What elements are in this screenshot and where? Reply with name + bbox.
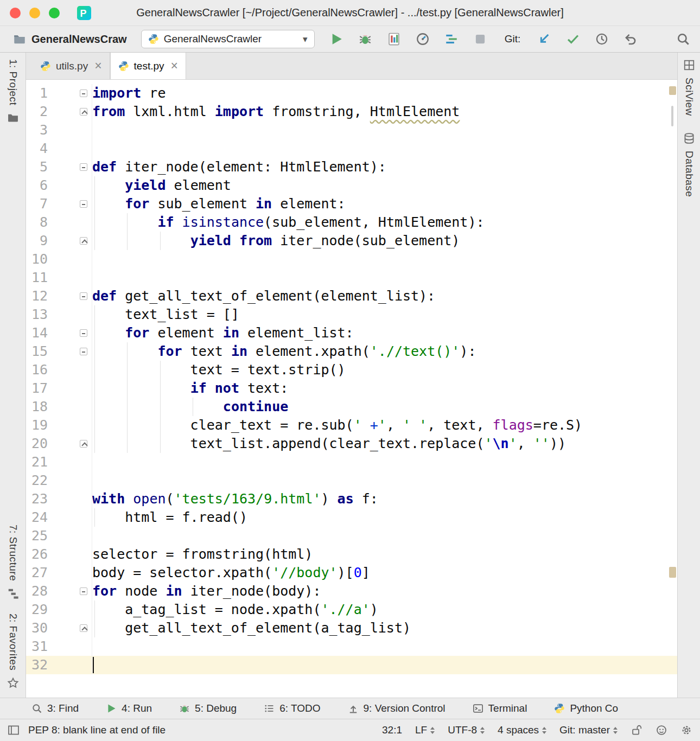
code-text[interactable]: text_list.append(clear_text.replace('\n'… bbox=[92, 435, 677, 453]
code-line[interactable]: 6 yield element bbox=[26, 176, 677, 195]
tab-test-py[interactable]: test.py× bbox=[110, 53, 186, 79]
code-text[interactable]: with open('tests/163/9.html') as f: bbox=[92, 490, 677, 508]
code-editor[interactable]: 1import re2from lxml.html import fromstr… bbox=[26, 80, 677, 698]
profiler-button[interactable] bbox=[416, 32, 430, 46]
code-line[interactable]: 29 a_tag_list = node.xpath('.//a') bbox=[26, 601, 677, 619]
caret-position-widget[interactable]: 32:1 bbox=[382, 724, 402, 736]
code-text[interactable] bbox=[92, 527, 677, 545]
code-text[interactable]: for text in element.xpath('.//text()'): bbox=[92, 342, 677, 361]
fold-end-icon[interactable] bbox=[80, 237, 87, 245]
fold-collapse-icon[interactable] bbox=[80, 329, 87, 337]
fold-collapse-icon[interactable] bbox=[80, 200, 87, 208]
code-line[interactable]: 27body = selector.xpath('//body')[0] bbox=[26, 564, 677, 582]
lock-icon[interactable] bbox=[631, 724, 642, 736]
code-line[interactable]: 19 clear_text = re.sub(' +', ' ', text, … bbox=[26, 416, 677, 435]
code-line[interactable]: 17 if not text: bbox=[26, 379, 677, 398]
toolwindow-button-todo[interactable]: 6: TODO bbox=[264, 702, 320, 714]
code-line[interactable]: 32 bbox=[26, 656, 677, 674]
code-line[interactable]: 22 bbox=[26, 471, 677, 490]
fold-collapse-icon[interactable] bbox=[80, 292, 87, 300]
code-text[interactable] bbox=[92, 269, 677, 287]
code-line[interactable]: 13 text_list = [] bbox=[26, 305, 677, 324]
code-text[interactable] bbox=[92, 139, 677, 158]
commit-button[interactable] bbox=[566, 32, 580, 46]
toolwindow-button-python[interactable]: Python Co bbox=[554, 702, 618, 714]
code-text[interactable] bbox=[92, 656, 677, 674]
code-text[interactable]: get_all_text_of_element(a_tag_list) bbox=[92, 619, 677, 637]
code-text[interactable] bbox=[92, 250, 677, 269]
toolwindow-button-run[interactable]: 4: Run bbox=[106, 702, 152, 714]
code-text[interactable]: for sub_element in element: bbox=[92, 195, 677, 213]
code-text[interactable]: body = selector.xpath('//body')[0] bbox=[92, 564, 677, 582]
tab-utils-py[interactable]: utils.py× bbox=[33, 53, 110, 79]
code-line[interactable]: 8 if isinstance(sub_element, HtmlElement… bbox=[26, 213, 677, 232]
editor-scrollbar[interactable] bbox=[671, 106, 673, 126]
code-text[interactable] bbox=[92, 637, 677, 656]
code-line[interactable]: 15 for text in element.xpath('.//text()'… bbox=[26, 342, 677, 361]
fold-collapse-icon[interactable] bbox=[80, 587, 87, 595]
toolwindow-button-find[interactable]: 3: Find bbox=[31, 702, 79, 714]
code-text[interactable] bbox=[92, 471, 677, 490]
code-line[interactable]: 9 yield from iter_node(sub_element) bbox=[26, 232, 677, 250]
fold-end-icon[interactable] bbox=[80, 624, 87, 632]
code-text[interactable] bbox=[92, 121, 677, 139]
code-line[interactable]: 11 bbox=[26, 269, 677, 287]
code-text[interactable]: if not text: bbox=[92, 379, 677, 398]
code-text[interactable]: from lxml.html import fromstring, HtmlEl… bbox=[92, 103, 677, 121]
warning-stripe-mark[interactable] bbox=[669, 86, 676, 95]
sidebar-item-database[interactable]: Database bbox=[683, 132, 695, 197]
code-text[interactable]: import re bbox=[92, 84, 677, 103]
code-line[interactable]: 25 bbox=[26, 527, 677, 545]
code-text[interactable]: yield from iter_node(sub_element) bbox=[92, 232, 677, 250]
code-text[interactable]: selector = fromstring(html) bbox=[92, 545, 677, 564]
sidebar-item-project[interactable]: 1: Project bbox=[7, 59, 19, 124]
run-with-coverage-button[interactable] bbox=[387, 32, 401, 46]
concurrency-diagram-button[interactable] bbox=[444, 32, 459, 46]
code-text[interactable]: def iter_node(element: HtmlElement): bbox=[92, 158, 677, 176]
fold-end-icon[interactable] bbox=[80, 440, 87, 448]
encoding-widget[interactable]: UTF-8 bbox=[448, 724, 485, 736]
code-line[interactable]: 2from lxml.html import fromstring, HtmlE… bbox=[26, 103, 677, 121]
fold-collapse-icon[interactable] bbox=[80, 163, 87, 171]
close-window-button[interactable] bbox=[10, 8, 21, 18]
code-text[interactable]: if isinstance(sub_element, HtmlElement): bbox=[92, 213, 677, 232]
code-text[interactable]: html = f.read() bbox=[92, 508, 677, 527]
code-text[interactable]: continue bbox=[92, 398, 677, 416]
warning-stripe-mark[interactable] bbox=[669, 567, 676, 578]
code-line[interactable]: 4 bbox=[26, 139, 677, 158]
line-separator-widget[interactable]: LF bbox=[415, 724, 435, 736]
code-text[interactable]: yield element bbox=[92, 176, 677, 195]
code-line[interactable]: 21 bbox=[26, 453, 677, 471]
close-tab-icon[interactable]: × bbox=[94, 60, 101, 72]
toolwindow-button-terminal[interactable]: Terminal bbox=[473, 702, 527, 714]
code-line[interactable]: 16 text = text.strip() bbox=[26, 361, 677, 379]
code-text[interactable]: def get_all_text_of_element(element_list… bbox=[92, 287, 677, 305]
git-branch-widget[interactable]: Git: master bbox=[559, 724, 618, 736]
code-text[interactable]: for node in iter_node(body): bbox=[92, 582, 677, 601]
code-line[interactable]: 14 for element in element_list: bbox=[26, 324, 677, 342]
indent-widget[interactable]: 4 spaces bbox=[498, 724, 546, 736]
code-line[interactable]: 30 get_all_text_of_element(a_tag_list) bbox=[26, 619, 677, 637]
stop-button[interactable] bbox=[473, 32, 487, 46]
run-button[interactable] bbox=[329, 32, 343, 46]
fold-collapse-icon[interactable] bbox=[80, 90, 87, 97]
code-text[interactable]: text_list = [] bbox=[92, 305, 677, 324]
run-config-select[interactable]: GeneralNewsCrawler ▾ bbox=[141, 30, 315, 48]
update-project-button[interactable] bbox=[537, 32, 551, 46]
code-line[interactable]: 12def get_all_text_of_element(element_li… bbox=[26, 287, 677, 305]
search-everywhere-button[interactable] bbox=[676, 32, 690, 46]
zoom-window-button[interactable] bbox=[49, 8, 60, 18]
code-text[interactable] bbox=[92, 453, 677, 471]
fold-collapse-icon[interactable] bbox=[80, 348, 87, 355]
fold-end-icon[interactable] bbox=[80, 108, 87, 116]
code-text[interactable]: a_tag_list = node.xpath('.//a') bbox=[92, 601, 677, 619]
code-line[interactable]: 31 bbox=[26, 637, 677, 656]
inspections-profile-icon[interactable] bbox=[656, 724, 667, 736]
code-line[interactable]: 20 text_list.append(clear_text.replace('… bbox=[26, 435, 677, 453]
code-line[interactable]: 28for node in iter_node(body): bbox=[26, 582, 677, 601]
toolwindow-button-vcs[interactable]: 9: Version Control bbox=[348, 702, 446, 714]
minimize-window-button[interactable] bbox=[29, 8, 40, 18]
code-line[interactable]: 1import re bbox=[26, 84, 677, 103]
sidebar-item-sciview[interactable]: SciView bbox=[683, 59, 695, 116]
rollback-button[interactable] bbox=[623, 32, 638, 46]
